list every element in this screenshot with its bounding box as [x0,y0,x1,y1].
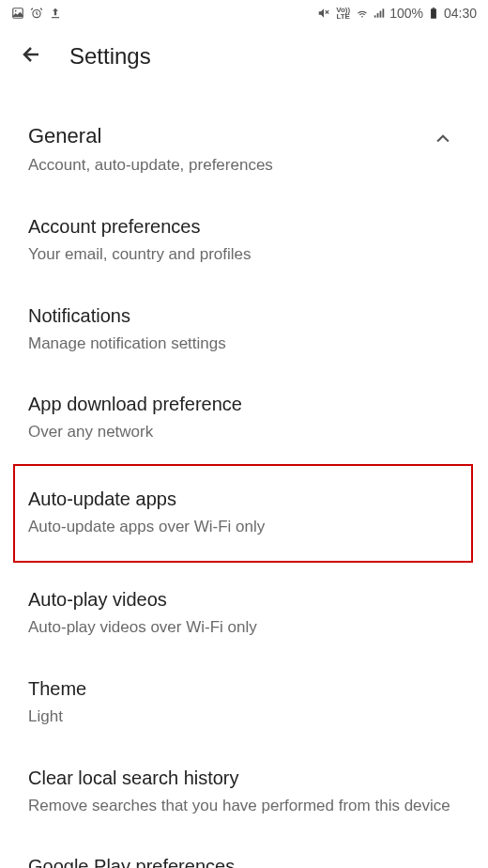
status-right: Vo)) LTE 100% 04:30 [317,6,477,21]
content-area: General Account, auto-update, preference… [0,86,488,868]
setting-title: Theme [28,678,460,700]
setting-auto-play-videos[interactable]: Auto-play videos Auto-play videos over W… [28,555,460,644]
svg-rect-8 [383,8,385,17]
setting-clear-local-search-history[interactable]: Clear local search history Remove search… [28,734,460,823]
setting-title: Clear local search history [28,767,460,789]
setting-account-preferences[interactable]: Account preferences Your email, country … [28,182,460,271]
setting-notifications[interactable]: Notifications Manage notification settin… [28,271,460,361]
section-header-text: General Account, auto-update, preference… [28,124,273,177]
svg-rect-9 [431,8,436,18]
alarm-icon [30,7,43,20]
page-title: Settings [69,43,151,70]
svg-point-1 [15,10,17,12]
svg-rect-6 [377,13,379,18]
wifi-icon [356,7,369,20]
svg-rect-7 [380,11,382,18]
chevron-up-icon [434,128,452,154]
battery-icon [427,7,440,20]
setting-subtitle: Over any network [28,421,460,443]
setting-theme[interactable]: Theme Light [28,644,460,734]
setting-subtitle: Remove searches that you have performed … [28,795,460,817]
setting-title: Notifications [28,305,460,327]
setting-subtitle: Auto-update apps over Wi-Fi only [28,516,460,538]
setting-app-download-preference[interactable]: App download preference Over any network [28,360,460,449]
setting-subtitle: Auto-play videos over Wi-Fi only [28,616,460,639]
mute-icon [317,7,330,20]
setting-title: App download preference [28,394,460,415]
svg-rect-10 [433,8,435,8]
image-icon [11,7,24,20]
setting-title: Auto-update apps [28,488,460,510]
setting-title: Account preferences [28,216,460,238]
section-subtitle: Account, auto-update, preferences [28,154,273,177]
app-bar: Settings [0,26,488,86]
setting-google-play-preferences[interactable]: Google Play preferences [28,822,460,868]
setting-auto-update-apps[interactable]: Auto-update apps Auto-update apps over W… [13,464,473,563]
battery-percent: 100% [389,6,423,21]
status-left [11,7,62,20]
setting-subtitle: Your email, country and profiles [28,243,460,266]
back-button[interactable] [21,43,43,70]
setting-subtitle: Manage notification settings [28,333,460,355]
setting-subtitle: Light [28,705,460,728]
section-general-header[interactable]: General Account, auto-update, preference… [28,86,460,182]
signal-icon [373,7,386,20]
upload-icon [49,7,62,20]
setting-title: Google Play preferences [28,856,460,868]
status-bar: Vo)) LTE 100% 04:30 [0,0,488,26]
clock-time: 04:30 [444,6,477,21]
volte-indicator: Vo)) LTE [336,7,350,20]
svg-rect-5 [374,15,376,17]
setting-title: Auto-play videos [28,589,460,611]
section-title: General [28,124,273,148]
